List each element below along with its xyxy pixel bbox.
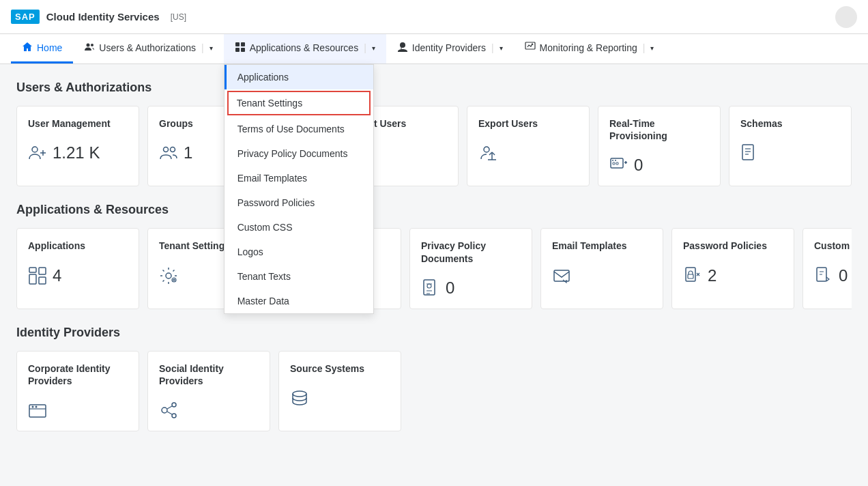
card-social-idp-content: [159, 401, 259, 420]
users-section: Users & Authorizations User Management 1…: [16, 81, 852, 186]
svg-point-11: [171, 147, 175, 152]
card-user-management[interactable]: User Management 1.21 K: [16, 106, 139, 186]
svg-rect-39: [424, 280, 435, 295]
svg-point-1: [91, 44, 93, 46]
card-realtime-prov-title: Real-Time Provisioning: [609, 117, 709, 142]
svg-rect-5: [241, 48, 245, 52]
card-custom-css-title: Custom CSS: [814, 240, 852, 252]
svg-point-10: [164, 147, 169, 152]
svg-rect-43: [688, 274, 693, 278]
applications-value: 4: [53, 266, 61, 285]
dropdown-item-password-policies[interactable]: Password Policies: [225, 190, 373, 215]
dropdown-item-master-data[interactable]: Master Data: [225, 289, 373, 313]
idp-icon: [397, 42, 408, 55]
svg-point-47: [35, 406, 38, 408]
apps-section: Applications & Resources Applications 4: [16, 203, 852, 309]
dropdown-item-tenant-texts[interactable]: Tenant Texts: [225, 264, 373, 289]
card-password-policies-title: Password Policies: [683, 240, 783, 252]
home-icon: [22, 42, 33, 55]
dropdown-item-terms-of-use[interactable]: Terms of Use Documents: [225, 117, 373, 141]
idp-card-grid: Corporate Identity Providers Social Iden…: [16, 351, 852, 431]
realtime-prov-value: 0: [634, 156, 643, 175]
svg-point-22: [612, 160, 613, 161]
nav-home-label: Home: [37, 42, 62, 53]
card-email-templates[interactable]: Email Templates: [540, 228, 663, 309]
logo-area: SAP Cloud Identity Services [US]: [11, 10, 186, 24]
export-users-icon: [478, 143, 497, 162]
card-privacy-policy-content: 0: [421, 278, 521, 298]
nav-home[interactable]: Home: [11, 34, 73, 63]
privacy-policy-value: 0: [446, 278, 454, 298]
card-export-users-content: [478, 143, 578, 162]
svg-rect-25: [616, 162, 618, 165]
users-section-title: Users & Authorizations: [16, 81, 852, 95]
card-user-management-title: User Management: [28, 117, 128, 130]
svg-point-53: [293, 391, 306, 397]
nav-separator-apps: |: [364, 42, 366, 53]
custom-css-value: 0: [839, 266, 848, 285]
card-privacy-policy-title: Privacy Policy Documents: [421, 240, 521, 264]
card-schemas-title: Schemas: [740, 117, 840, 130]
privacy-policy-icon: [421, 278, 440, 298]
svg-line-51: [167, 406, 172, 409]
svg-rect-26: [742, 145, 753, 160]
card-source-systems[interactable]: Source Systems: [278, 351, 401, 431]
dropdown-item-applications[interactable]: Applications: [225, 65, 373, 89]
password-policies-value: 2: [708, 266, 717, 285]
social-idp-icon: [159, 401, 178, 420]
idp-section-title: Identity Providers: [16, 326, 852, 340]
svg-rect-33: [39, 277, 46, 284]
svg-point-16: [484, 147, 489, 152]
monitoring-icon: [525, 42, 536, 55]
region-badge: [US]: [171, 12, 186, 22]
svg-point-7: [32, 147, 38, 152]
card-source-systems-title: Source Systems: [290, 362, 390, 375]
nav-users[interactable]: Users & Authorizations | ▾: [73, 34, 223, 63]
email-templates-icon: [552, 266, 571, 285]
svg-point-50: [172, 414, 176, 418]
nav-idp[interactable]: Identity Providers | ▾: [386, 34, 514, 63]
user-management-value: 1.21 K: [53, 143, 100, 162]
card-corporate-idp[interactable]: Corporate Identity Providers: [16, 351, 139, 431]
user-avatar[interactable]: [835, 6, 857, 28]
nav-separator-monitoring: |: [643, 42, 646, 53]
monitoring-chevron-icon: ▾: [650, 44, 654, 52]
nav-apps-label: Applications & Resources: [250, 42, 359, 53]
applications-icon: [28, 266, 47, 285]
card-password-policies[interactable]: Password Policies 2: [671, 228, 794, 309]
idp-section: Identity Providers Corporate Identity Pr…: [16, 326, 852, 431]
nav-apps-resources[interactable]: Applications & Resources | ▾ Application…: [224, 34, 386, 63]
dropdown-item-tenant-settings[interactable]: Tenant Settings: [227, 91, 371, 115]
card-social-idp[interactable]: Social Identity Providers: [147, 351, 270, 431]
dropdown-item-logos[interactable]: Logos: [225, 240, 373, 264]
app-header: SAP Cloud Identity Services [US]: [0, 0, 868, 34]
card-export-users-title: Export Users: [478, 117, 578, 130]
card-email-templates-content: [552, 266, 652, 285]
card-realtime-prov[interactable]: Real-Time Provisioning 0: [598, 106, 721, 186]
dropdown-item-privacy-policy[interactable]: Privacy Policy Documents: [225, 141, 373, 166]
card-privacy-policy[interactable]: Privacy Policy Documents 0: [409, 228, 532, 309]
card-schemas[interactable]: Schemas: [729, 106, 852, 186]
nav-separator-idp: |: [491, 42, 494, 53]
dropdown-item-custom-css[interactable]: Custom CSS: [225, 215, 373, 240]
svg-rect-31: [29, 274, 36, 284]
apps-section-title: Applications & Resources: [16, 203, 852, 217]
nav-monitoring[interactable]: Monitoring & Reporting | ▾: [514, 34, 665, 63]
sap-logo: SAP: [11, 10, 40, 24]
card-custom-css[interactable]: Custom CSS 0: [802, 228, 852, 309]
card-applications[interactable]: Applications 4: [16, 228, 139, 309]
card-social-idp-title: Social Identity Providers: [159, 362, 259, 387]
realtime-prov-icon: [609, 156, 628, 175]
card-schemas-content: [740, 143, 840, 162]
card-export-users[interactable]: Export Users: [467, 106, 590, 186]
groups-value: 1: [184, 143, 192, 162]
apps-card-grid: Applications 4 Tenant Settings: [16, 228, 852, 309]
idp-chevron-icon: ▾: [500, 44, 503, 52]
apps-icon: [235, 42, 246, 55]
app-title: Cloud Identity Services: [46, 11, 160, 23]
svg-rect-4: [235, 48, 240, 52]
dropdown-item-email-templates[interactable]: Email Templates: [225, 166, 373, 190]
apps-chevron-icon: ▾: [372, 44, 375, 52]
svg-rect-30: [29, 268, 36, 272]
user-management-icon: [28, 143, 47, 162]
